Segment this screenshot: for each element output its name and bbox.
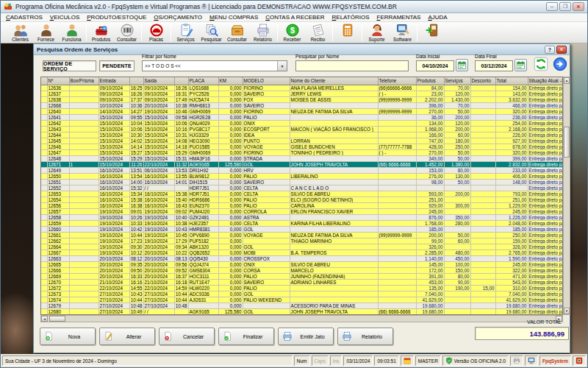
column-header-situacao[interactable]: Situação Atual -> <box>528 77 562 85</box>
dialog-close-button[interactable] <box>556 46 567 54</box>
relat-rio-button[interactable]: Relatório <box>337 328 393 345</box>
table-row[interactable]: 1265616/10/202416:3816/10/202416:43EUN23… <box>41 203 562 209</box>
table-row[interactable]: 1264715/10/202415:2715/10/202415:29GMH00… <box>41 150 562 156</box>
toolbar-button-recibo[interactable]: Recibo <box>305 23 331 42</box>
column-header-km[interactable]: KM <box>218 77 243 85</box>
table-row[interactable]: 1263809/10/202417:3709/10/202417:49HJC5A… <box>41 97 562 103</box>
menu-item-cadastros[interactable]: CADASTROS <box>6 14 43 21</box>
finalizar-button[interactable]: Finalizar <box>218 328 274 345</box>
table-row[interactable]: 1267927/10/202410:4827/10/202410:480,000… <box>41 303 562 309</box>
toolbar-button-receber[interactable]: $Receber <box>279 23 305 42</box>
menu-item-contas-a-receber[interactable]: CONTAS A RECEBER <box>265 14 324 21</box>
column-header-entrada[interactable]: Entrada <box>98 77 129 85</box>
table-row[interactable]: 1267427/10/202410:4427/10/202410:44AJI26… <box>41 297 562 303</box>
menu-item-veiculos[interactable]: VEICULOS <box>50 14 79 21</box>
toolbar-button-suporte[interactable]: Suporte <box>364 23 390 42</box>
date-end-field[interactable]: 03/12/2024 <box>475 60 513 71</box>
menu-item-os-or-amento[interactable]: OS/ORÇAMENTO <box>154 14 202 21</box>
toolbar-button-exit-icon[interactable] <box>419 23 445 37</box>
table-row[interactable]: 1265416/10/202415:3816/10/202415:40HDR66… <box>41 197 562 203</box>
scroll-up-icon[interactable] <box>564 77 570 84</box>
table-row[interactable]: 1264315/10/202410:0615/10/202410:16PVG8C… <box>41 127 562 132</box>
column-header-box-prisma[interactable]: Box/Prisma <box>69 77 98 85</box>
alterar-button[interactable]: Alterar <box>99 328 155 345</box>
cancelar-button[interactable]: Cancelar <box>159 328 215 345</box>
column-header-telefone[interactable]: Telefone <box>378 77 416 85</box>
table-row[interactable]: 1264815/10/202415:2915/10/202415:31HMA3F… <box>41 156 562 162</box>
column-header-n[interactable]: Nº <box>47 77 69 85</box>
table-row[interactable]: 1266620/10/202409:5020/10/202409:52GMS63… <box>41 268 562 274</box>
emitir-jato-button[interactable]: Emitir Jato <box>278 328 334 345</box>
restore-button[interactable] <box>559 2 571 11</box>
column-header-produtos[interactable]: Produtos <box>416 77 444 85</box>
table-row[interactable]: 1267222/10/202414:5522/10/202414:59HLW02… <box>41 286 562 291</box>
calendar-icon[interactable] <box>456 59 468 71</box>
refresh-button[interactable] <box>534 57 548 71</box>
date-start-field[interactable]: 04/10/2024 <box>416 60 454 71</box>
table-row[interactable]: 1265719/10/202409:0119/10/202409:02PUM4J… <box>41 209 562 215</box>
menu-item-ferramentas[interactable]: FERRAMENTAS <box>377 14 421 21</box>
menu-item-menu-compras[interactable]: MENU COMPRAS <box>209 14 258 21</box>
toolbar-button-pesquisar[interactable]: Pesquisar <box>198 23 224 42</box>
table-row[interactable]: 1265016/10/202413:5416/10/202413:55BLW98… <box>41 174 562 180</box>
scrollbar-thumb[interactable] <box>49 316 65 322</box>
table-row[interactable]: 1266719/10/202410:1220/10/202410:22QQB26… <box>41 250 562 256</box>
column-header-saida[interactable]: Saída <box>143 77 174 85</box>
table-row[interactable]: 1266119/10/202410:4419/10/202410:45OPV68… <box>41 233 562 238</box>
vertical-scrollbar[interactable] <box>563 77 570 315</box>
go-button[interactable] <box>553 57 567 71</box>
table-row[interactable]: 1264115/10/202409:5515/10/202409:58HGR2E… <box>41 115 562 121</box>
menu-item-ajuda[interactable]: AJUDA <box>428 14 447 21</box>
toolbar-button-produtos[interactable]: Produtos <box>88 23 114 42</box>
table-row[interactable]: 1263609/10/202416:2509/10/202416:26LQS16… <box>41 85 562 91</box>
column-header-row-indicator[interactable] <box>41 77 47 85</box>
toolbar-button-clientes[interactable]: Clientes <box>7 23 33 42</box>
chevron-down-icon[interactable] <box>277 61 287 71</box>
nova-button[interactable]: Nova <box>40 328 96 345</box>
table-row[interactable]: 1265316/10/202415:3416/10/202415:38HDR7J… <box>41 191 562 197</box>
scroll-down-icon[interactable] <box>564 308 570 314</box>
column-header-cliente[interactable]: Nome do Cliente <box>290 77 378 85</box>
table-row[interactable]: 1266019/10/202410:4219/10/202410:43HMR83… <box>41 227 562 233</box>
table-row[interactable]: 1264916/10/202413:5106/10/202413:53DRI1H… <box>41 168 562 174</box>
table-row[interactable]: 1263709/10/202416:2609/10/202416:31PYC25… <box>41 91 562 97</box>
table-row[interactable]: 1264415/10/202410:3015/10/202410:31HJG33… <box>41 132 562 138</box>
filter-dropdown[interactable]: >> T O D O S << <box>142 60 287 71</box>
menu-item-produto-estoque[interactable]: PRODUTO/ESTOQUE <box>87 14 146 21</box>
column-header-saida-hora[interactable] <box>174 77 188 85</box>
table-row[interactable]: 1267327/10/202410:4327/10/202410:44ADC93… <box>41 291 562 297</box>
table-row[interactable]: 1268027/10/202410:49/ /AGK9165125,580GOL… <box>41 309 562 315</box>
column-header-modelo[interactable]: MODELO <box>243 77 290 85</box>
calendar-icon[interactable] <box>514 59 527 71</box>
table-row[interactable]: 1264215/10/202410:0415/10/202410:06QNU40… <box>41 121 562 127</box>
toolbar-button-consultar[interactable]: Consultar <box>114 23 140 42</box>
table-row[interactable]: 1264515/10/202414:0215/10/202414:08HEG30… <box>41 138 562 144</box>
menu-item-relat-rios[interactable]: RELATÓRIOS <box>332 14 370 21</box>
table-row[interactable]: 1264014/10/202414:2719/10/202410:46GMH00… <box>41 109 562 115</box>
column-header-servicos[interactable]: Serviços <box>444 77 470 85</box>
table-row[interactable]: 1265116/10/202414:0016/10/202414:01DIH15… <box>41 180 562 185</box>
table-row[interactable]: 1266219/10/202417:2319/10/202417:29PUF51… <box>41 238 562 244</box>
close-button[interactable] <box>573 2 584 11</box>
table-row[interactable]: 1265819/10/202410:2619/10/202410:40GZK24… <box>41 215 562 221</box>
table-row[interactable]: 12671115/10/202411:2622/10/202411:32AGK9… <box>41 162 562 168</box>
help-button[interactable] <box>545 46 555 54</box>
table-row[interactable]: 1266920/10/202416:3320/10/202416:37HOC31… <box>41 274 562 280</box>
table-row[interactable]: 1267021/10/202416:1621/10/202416:18RUT1E… <box>41 280 562 286</box>
table-row[interactable]: 1266520/10/202409:3520/10/202409:56QQJ4J… <box>41 262 562 268</box>
scrollbar-thumb[interactable] <box>564 127 570 158</box>
toolbar-button-calculator-icon[interactable] <box>334 23 360 37</box>
table-row[interactable]: 1266320/10/202408:1220/10/202408:13QQI54… <box>41 256 562 262</box>
table-row[interactable]: 1266419/10/202409:3020/10/202409:34ABK13… <box>41 244 562 250</box>
table-row[interactable]: 1265216/10/202415:32/ /HDR7J510,000CELTA… <box>41 185 562 191</box>
scroll-left-icon[interactable] <box>41 316 48 322</box>
toolbar-button-servi-os[interactable]: Serviços <box>173 23 198 42</box>
table-row[interactable]: 1264615/10/202414:1415/10/202414:18PUO15… <box>41 144 562 150</box>
toolbar-button-placas[interactable]: Placas <box>143 23 169 42</box>
column-header-placa[interactable]: PLACA <box>188 77 218 85</box>
column-header-desconto[interactable]: Desconto <box>470 77 495 85</box>
toolbar-button-fornece[interactable]: Fornece <box>33 23 59 42</box>
table-row[interactable]: 1265919/10/202410:3319/10/202410:38HJE23… <box>41 221 562 227</box>
table-row[interactable]: 1266810/10/202410:3620/10/202410:38RMH68… <box>41 103 562 109</box>
toolbar-button-software[interactable]: Software <box>390 23 415 42</box>
